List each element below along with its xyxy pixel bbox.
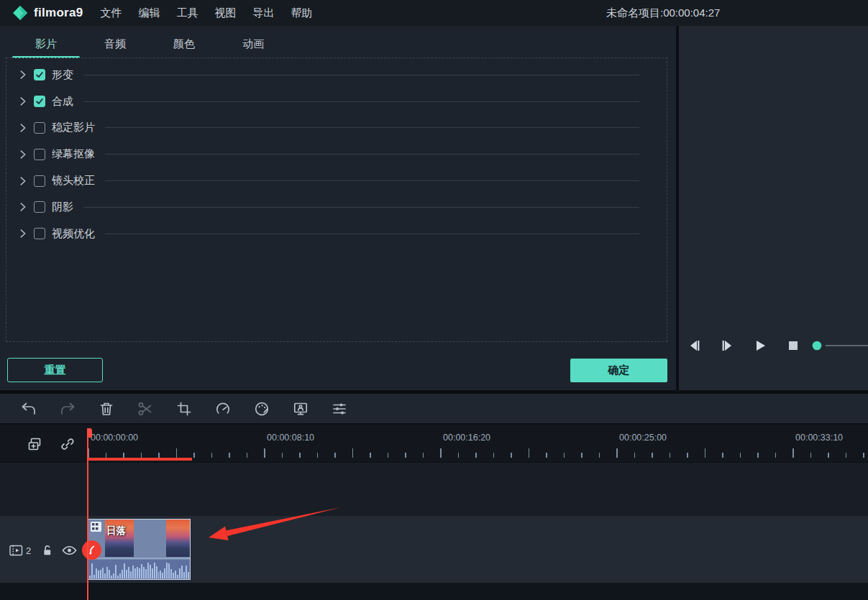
clip-separator: [88, 558, 190, 559]
stop-button[interactable]: [783, 336, 803, 356]
effect-label: 形变: [52, 68, 73, 82]
play-button[interactable]: [750, 336, 770, 356]
timeline-ruler[interactable]: 00:00:00:0000:00:08:1000:00:16:2000:00:2…: [86, 426, 868, 462]
next-frame-button[interactable]: [717, 336, 737, 356]
clip-duration-bar: [88, 458, 192, 461]
chevron-right-icon[interactable]: [17, 68, 29, 81]
row-divider: [105, 127, 639, 128]
track-number-badge: 2: [26, 545, 31, 556]
speed-button[interactable]: [213, 399, 233, 419]
menu-item[interactable]: 编辑: [139, 6, 160, 20]
playhead-handle[interactable]: [87, 428, 92, 438]
chevron-right-icon[interactable]: [17, 227, 29, 240]
chevron-right-icon[interactable]: [17, 200, 29, 213]
transport-controls: [679, 333, 868, 359]
redo-button[interactable]: [58, 399, 78, 419]
presenter-screen-icon: [292, 400, 309, 417]
cut-button[interactable]: [135, 399, 155, 419]
pip-button[interactable]: [291, 399, 311, 419]
chevron-right-icon[interactable]: [17, 148, 29, 161]
timeline-toolbar: [0, 394, 868, 425]
tab-音频[interactable]: 音频: [81, 26, 150, 57]
chevron-right-icon[interactable]: [17, 95, 29, 108]
row-divider: [105, 154, 639, 154]
trash-icon: [98, 400, 115, 417]
toggle-track-visibility-button[interactable]: [60, 542, 78, 559]
menu-item[interactable]: 视图: [215, 6, 237, 20]
previous-frame-button[interactable]: [685, 336, 705, 356]
transport-slider-track[interactable]: [826, 345, 868, 346]
effects-list: 形变合成稳定影片绿幕抠像镜头校正阴影视频优化: [17, 62, 667, 247]
stop-icon: [786, 338, 800, 353]
tab-影片[interactable]: 影片: [12, 26, 81, 57]
filmora-app: filmora9 文件编辑工具视图导出帮助 未命名项目:00:00:04:27 …: [0, 0, 868, 600]
tab-动画[interactable]: 动画: [219, 26, 288, 57]
effect-label: 稳定影片: [52, 121, 95, 134]
timeline-clip[interactable]: 日落: [88, 519, 191, 580]
effect-checkbox[interactable]: [34, 96, 45, 107]
effect-row: 阴影: [17, 194, 667, 221]
eye-icon: [61, 543, 78, 559]
undo-button[interactable]: [19, 399, 39, 419]
effect-checkbox[interactable]: [34, 201, 45, 213]
effect-checkbox[interactable]: [34, 228, 45, 239]
effect-checkbox[interactable]: [34, 122, 45, 134]
color-button[interactable]: [252, 399, 272, 419]
ruler-timestamp: 00:00:25:00: [619, 433, 667, 443]
project-title: 未命名项目:00:00:04:27: [606, 0, 720, 26]
menu-item[interactable]: 工具: [177, 6, 198, 20]
effect-checkbox[interactable]: [34, 175, 45, 187]
row-divider: [105, 180, 639, 181]
logo-text: filmora9: [34, 6, 83, 20]
lock-track-button[interactable]: [39, 542, 56, 559]
timeline: 00:00:00:0000:00:08:1000:00:16:2000:00:2…: [0, 426, 868, 600]
menu-item[interactable]: 帮助: [291, 6, 313, 20]
filmora-diamond-icon: [13, 6, 27, 20]
playhead[interactable]: [87, 428, 88, 600]
crop-icon: [175, 400, 193, 417]
row-divider: [83, 207, 639, 208]
split-cursor-badge: [82, 540, 101, 560]
effect-label: 视频优化: [52, 227, 95, 241]
add-track-icon: [26, 435, 43, 453]
timeline-bottom-band: [0, 583, 868, 600]
effect-row: 形变: [17, 62, 667, 88]
next-frame-icon: [720, 338, 734, 353]
filmora-logo: filmora9: [13, 6, 83, 20]
menu-item[interactable]: 文件: [101, 6, 122, 20]
effects-panel: 影片音频颜色动画 形变合成稳定影片绿幕抠像镜头校正阴影视频优化 重置 确定: [0, 26, 676, 390]
delete-button[interactable]: [96, 399, 117, 419]
adjust-button[interactable]: [329, 399, 350, 419]
video-track-type-button: [7, 542, 24, 559]
row-divider: [83, 101, 639, 102]
effect-checkbox[interactable]: [34, 69, 45, 80]
effect-checkbox[interactable]: [34, 149, 45, 160]
link-button[interactable]: [59, 435, 76, 453]
effect-label: 阴影: [52, 200, 73, 214]
video-track-icon: [8, 543, 24, 558]
redo-icon: [59, 400, 76, 417]
clip-label-row: 日落: [91, 522, 126, 537]
timeline-header: [0, 426, 86, 462]
tab-颜色[interactable]: 颜色: [150, 26, 219, 57]
ruler-timestamp: 00:00:00:00: [91, 433, 138, 443]
reset-button[interactable]: 重置: [7, 358, 103, 382]
clip-title: 日落: [106, 525, 126, 537]
ruler-timestamp: 00:00:16:20: [443, 433, 490, 443]
previous-frame-icon: [687, 338, 702, 353]
chevron-right-icon[interactable]: [17, 175, 29, 188]
effect-label: 镜头校正: [52, 174, 95, 188]
crop-button[interactable]: [174, 399, 194, 419]
unlock-icon: [40, 543, 55, 558]
record-button[interactable]: [807, 336, 827, 356]
record-dot-icon: [810, 338, 824, 353]
clip-thumbnail: [166, 520, 190, 557]
menu-item[interactable]: 导出: [253, 6, 275, 20]
undo-icon: [20, 400, 37, 417]
chevron-right-icon[interactable]: [17, 121, 29, 134]
tabs-bar: 影片音频颜色动画: [0, 26, 676, 57]
speedometer-icon: [214, 400, 232, 417]
add-track-button[interactable]: [26, 435, 43, 453]
sliders-icon: [331, 400, 348, 417]
confirm-button[interactable]: 确定: [570, 359, 667, 382]
